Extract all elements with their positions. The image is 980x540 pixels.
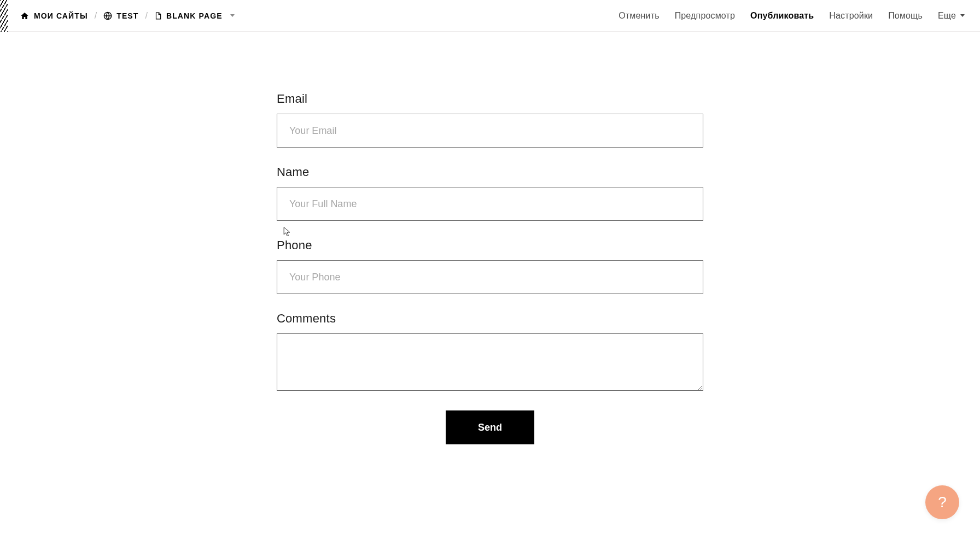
phone-field[interactable] [277,260,703,294]
nav-more[interactable]: Еще [938,11,965,21]
comments-field[interactable] [277,333,703,391]
home-icon [20,11,30,20]
form-group-comments: Comments [277,312,703,393]
help-fab[interactable]: ? [925,485,959,519]
main-canvas: Email Name Phone Comments Send [0,32,980,444]
chevron-down-icon [230,14,235,17]
breadcrumb-my-sites[interactable]: МОИ САЙТЫ [20,11,88,20]
breadcrumb-site[interactable]: TEST [103,11,138,20]
question-icon: ? [938,494,947,511]
breadcrumb-separator: / [145,11,148,21]
nav-preview[interactable]: Предпросмотр [675,11,735,21]
breadcrumb-page[interactable]: BLANK PAGE [154,11,235,20]
email-label: Email [277,92,703,106]
email-field[interactable] [277,114,703,148]
breadcrumb-separator: / [95,11,97,21]
breadcrumb-site-label: TEST [116,11,138,20]
name-field[interactable] [277,187,703,221]
name-label: Name [277,165,703,179]
nav-publish[interactable]: Опубликовать [750,11,814,21]
page-icon [154,11,162,20]
comments-label: Comments [277,312,703,326]
form-group-phone: Phone [277,238,703,294]
top-header: МОИ САЙТЫ / TEST / BLANK PAGE Отменить П… [0,0,980,32]
brand-stripe [0,0,8,32]
globe-icon [103,11,112,20]
breadcrumb: МОИ САЙТЫ / TEST / BLANK PAGE [20,11,235,21]
breadcrumb-my-sites-label: МОИ САЙТЫ [34,11,88,20]
nav-more-label: Еще [938,11,956,21]
send-button[interactable]: Send [446,410,534,444]
phone-label: Phone [277,238,703,253]
chevron-down-icon [960,14,965,17]
form-actions: Send [277,410,703,444]
contact-form: Email Name Phone Comments Send [277,92,703,444]
nav-undo[interactable]: Отменить [619,11,659,21]
nav-settings[interactable]: Настройки [829,11,873,21]
header-nav: Отменить Предпросмотр Опубликовать Настр… [619,11,965,21]
form-group-name: Name [277,165,703,221]
nav-help[interactable]: Помощь [888,11,923,21]
breadcrumb-page-label: BLANK PAGE [166,11,223,20]
form-group-email: Email [277,92,703,148]
